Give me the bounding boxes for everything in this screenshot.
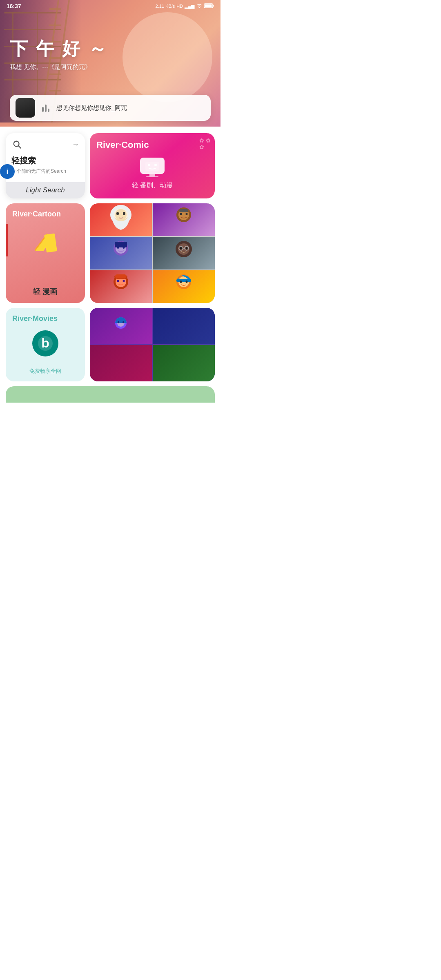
grid-row-1: → 轻搜索 一个简约无广告的Search Light Search River·…: [6, 133, 215, 198]
ls-label: Light Search: [11, 186, 79, 194]
svg-point-29: [123, 246, 125, 249]
hero-greeting: 下 午 好 ～ 我想 见你。---《是阿冗的冗》: [10, 37, 108, 71]
green-card-hint[interactable]: [6, 386, 215, 403]
svg-text:b: b: [41, 336, 49, 350]
status-time: 16:37: [7, 3, 21, 9]
avatar-3: [90, 237, 152, 270]
side-avatar-2: [153, 308, 215, 344]
rc-title: River·Comic: [96, 140, 208, 150]
play-bars: [42, 104, 49, 112]
music-avatar: [16, 98, 35, 118]
rc-subtitle: 轻 番剧、动漫: [96, 181, 208, 190]
svg-point-33: [186, 247, 188, 249]
info-badge[interactable]: i: [0, 164, 15, 179]
svg-point-54: [122, 321, 124, 323]
svg-point-32: [180, 247, 182, 249]
svg-rect-1: [213, 5, 214, 7]
svg-line-4: [18, 146, 21, 148]
side-avatar-4: [153, 345, 215, 381]
svg-point-31: [178, 243, 189, 255]
svg-point-3: [14, 141, 19, 147]
ls-top: → 轻搜索 一个简约无广告的Search: [6, 133, 85, 182]
rm-subtitle: 免费畅享全网: [12, 368, 78, 375]
light-search-card[interactable]: → 轻搜索 一个简约无广告的Search Light Search: [6, 133, 85, 198]
greeting-main: 下 午 好 ～: [10, 37, 108, 61]
music-play-button[interactable]: [39, 101, 52, 114]
svg-point-41: [117, 280, 119, 282]
svg-rect-7: [146, 176, 158, 177]
svg-rect-24: [179, 209, 188, 212]
avatar-5: [90, 270, 152, 303]
rv-subtitle: 轻 漫画: [12, 287, 78, 296]
search-icon: [11, 139, 23, 150]
rm-title: River·Movies: [12, 314, 78, 323]
music-title: 想见你想见你想见你_阿冗: [56, 104, 205, 112]
grid-row-4: [6, 386, 215, 403]
svg-point-28: [117, 246, 119, 249]
hd-badge: HD: [176, 4, 183, 9]
rv-red-bar: [6, 224, 8, 256]
side-avatar-3: [90, 345, 152, 381]
network-speed: 2.11 KB/s: [156, 4, 175, 9]
svg-rect-2: [205, 4, 212, 7]
rc-tv-icon: [138, 154, 167, 177]
battery-icon: [204, 3, 214, 9]
river-cartoon-card[interactable]: River·Cartoon 轻 漫画: [6, 203, 85, 303]
main-content: i → 轻搜索 一个简约无广告的Search Light Se: [0, 127, 220, 403]
svg-point-22: [180, 213, 182, 215]
avatar-grid-card[interactable]: [90, 203, 215, 303]
arrow-icon: →: [72, 140, 79, 149]
avatar-4: [153, 237, 215, 270]
grid-row-3: River·Movies b 免费畅享全网: [6, 308, 215, 381]
svg-point-53: [118, 321, 119, 323]
river-comic-card[interactable]: River·Comic ✿ ✿ ✿ 轻 番剧、动漫: [90, 133, 215, 198]
ls-header: →: [11, 139, 79, 150]
hero-section: 16:37 2.11 KB/s HD ▂▄▆ 下 午 好 ～ 我想 见你。---…: [0, 0, 220, 127]
greeting-sub: 我想 见你。---《是阿冗的冗》: [10, 63, 108, 71]
svg-point-9: [148, 164, 150, 166]
side-avatar-1: [90, 308, 152, 344]
rc-flowers: ✿ ✿ ✿: [199, 137, 211, 150]
wifi-icon: [196, 3, 203, 9]
rv-title: River·Cartoon: [12, 210, 78, 218]
status-icons: 2.11 KB/s HD ▂▄▆: [156, 3, 214, 9]
svg-rect-40: [115, 274, 127, 278]
svg-point-47: [186, 281, 188, 283]
ls-title: 轻搜索: [11, 155, 79, 166]
status-bar: 16:37 2.11 KB/s HD ▂▄▆: [0, 0, 220, 12]
music-avatar-img: [16, 98, 35, 118]
hero-circle: [122, 12, 212, 102]
svg-rect-13: [44, 233, 57, 252]
rv-icon: [29, 227, 62, 259]
svg-point-19: [123, 212, 125, 215]
svg-point-46: [180, 281, 182, 283]
ls-subtitle: 一个简约无广告的Search: [11, 168, 79, 175]
rm-icon: b: [32, 330, 58, 356]
signal-icon: ▂▄▆: [185, 4, 194, 9]
svg-rect-6: [149, 174, 155, 176]
ls-bottom: Light Search: [6, 182, 85, 198]
svg-point-18: [116, 212, 119, 215]
svg-point-10: [154, 164, 157, 166]
svg-point-42: [123, 280, 125, 282]
side-card-row3[interactable]: [90, 308, 215, 381]
svg-point-23: [186, 213, 188, 215]
avatar-6: [153, 270, 215, 303]
river-movies-card[interactable]: River·Movies b 免费畅享全网: [6, 308, 85, 381]
music-player-bar[interactable]: 想见你想见你想见你_阿冗: [10, 95, 211, 121]
svg-rect-45: [176, 279, 191, 282]
grid-row-2: River·Cartoon 轻 漫画: [6, 203, 215, 303]
avatar-1: [90, 203, 152, 236]
avatar-2: [153, 203, 215, 236]
